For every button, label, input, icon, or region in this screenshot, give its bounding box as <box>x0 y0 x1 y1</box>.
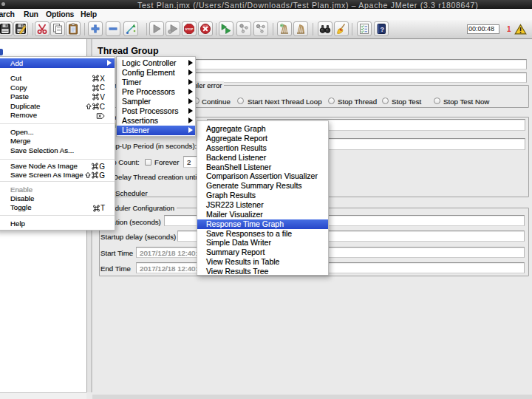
svg-text:?: ? <box>381 26 385 33</box>
svg-text:STOP: STOP <box>185 27 194 31</box>
